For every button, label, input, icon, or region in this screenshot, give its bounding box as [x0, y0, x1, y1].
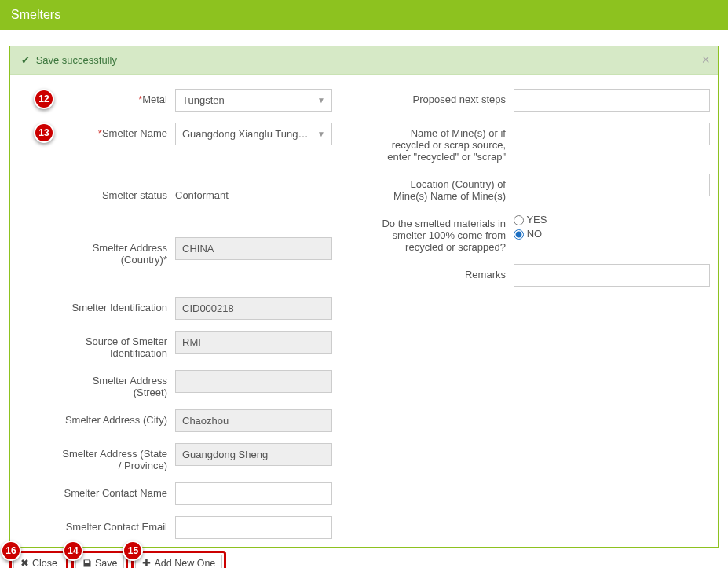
callout-badge-12: 12	[34, 89, 54, 109]
street-input	[175, 370, 332, 393]
row-contact-email: Smelter Contact Email	[57, 516, 357, 539]
metal-label: *Metal	[57, 89, 175, 105]
row-remarks: Remarks	[380, 264, 710, 287]
city-input	[175, 409, 332, 432]
row-country: Smelter Address (Country)*	[57, 237, 357, 266]
recycled-label: Do the smelted materials in smelter 100%…	[380, 213, 514, 253]
metal-select-value: Tungsten	[182, 94, 225, 106]
status-value: Conformant	[175, 185, 357, 206]
state-label: Smelter Address (State / Province)	[57, 443, 175, 471]
row-city: Smelter Address (City)	[57, 409, 357, 432]
callout-badge-14: 14	[63, 541, 83, 561]
contact-name-label: Smelter Contact Name	[57, 482, 175, 499]
recycled-yes-radio[interactable]	[514, 215, 524, 225]
row-street: Smelter Address (Street)	[57, 370, 357, 398]
remarks-label: Remarks	[380, 264, 514, 280]
save-button[interactable]: Save	[75, 555, 125, 568]
x-icon: ✖	[20, 559, 29, 568]
smelter-name-label: *Smelter Name	[57, 123, 175, 139]
location-label: Location (Country) of Mine(s) Name of Mi…	[380, 174, 514, 202]
right-column: Proposed next steps Name of Mine(s) or i…	[380, 89, 710, 542]
floppy-icon	[82, 559, 92, 568]
left-column: 12 *Metal Tungsten ▼ 13 *Smelter Name	[18, 89, 357, 542]
next-steps-input[interactable]	[514, 89, 710, 112]
add-new-highlight: 15 ✚ Add New One	[131, 551, 226, 568]
chevron-down-icon: ▼	[317, 96, 325, 104]
save-highlight: 14 Save	[71, 551, 129, 568]
row-source: Source of Smelter Identification	[57, 331, 357, 359]
source-input	[175, 331, 332, 354]
state-input	[175, 443, 332, 466]
recycled-no-label: NO	[527, 228, 543, 240]
recycled-yes-label: YES	[526, 214, 547, 225]
row-recycled: Do the smelted materials in smelter 100%…	[380, 213, 710, 253]
mine-input[interactable]	[514, 123, 710, 145]
callout-badge-13: 13	[34, 123, 54, 143]
row-metal: 12 *Metal Tungsten ▼	[57, 89, 357, 112]
check-icon: ✔	[21, 54, 30, 66]
metal-select[interactable]: Tungsten ▼	[175, 89, 332, 112]
row-id: Smelter Identification	[57, 297, 357, 320]
button-bar: 16 ✖ Close 14 Save 15 ✚ Add New One	[0, 548, 728, 568]
add-new-button-label: Add New One	[154, 559, 215, 568]
recycled-radio-group: YES NO	[514, 213, 710, 241]
contact-email-label: Smelter Contact Email	[57, 516, 175, 533]
remarks-input[interactable]	[514, 264, 710, 287]
page-header: Smelters	[0, 0, 728, 30]
chevron-down-icon: ▼	[317, 130, 325, 138]
next-steps-label: Proposed next steps	[380, 89, 514, 105]
country-label: Smelter Address (Country)*	[57, 237, 175, 266]
callout-badge-16: 16	[1, 541, 21, 561]
form-panel: ✔ Save successfully × 12 *Metal Tungsten…	[9, 46, 719, 548]
close-icon[interactable]: ×	[701, 53, 710, 67]
contact-name-input[interactable]	[175, 482, 332, 505]
save-button-label: Save	[95, 559, 118, 568]
row-state: Smelter Address (State / Province)	[57, 443, 357, 471]
row-smelter-name: 13 *Smelter Name Guangdong Xianglu Tung……	[57, 123, 357, 145]
alert-message: Save successfully	[36, 54, 117, 66]
location-input[interactable]	[514, 174, 710, 196]
smelter-name-select-value: Guangdong Xianglu Tung…	[182, 128, 308, 140]
form-body: 12 *Metal Tungsten ▼ 13 *Smelter Name	[10, 75, 718, 547]
city-label: Smelter Address (City)	[57, 409, 175, 426]
country-input	[175, 237, 332, 260]
source-label: Source of Smelter Identification	[57, 331, 175, 359]
id-label: Smelter Identification	[57, 297, 175, 313]
close-button-label: Close	[32, 559, 57, 568]
add-new-button[interactable]: ✚ Add New One	[135, 555, 222, 568]
recycled-no-radio[interactable]	[514, 229, 524, 240]
status-label: Smelter status	[57, 185, 175, 201]
row-status: Smelter status Conformant	[57, 185, 357, 206]
success-alert: ✔ Save successfully ×	[10, 46, 718, 75]
close-button[interactable]: ✖ Close	[13, 555, 64, 568]
row-mine: Name of Mine(s) or if recycled or scrap …	[380, 123, 710, 163]
id-input	[175, 297, 332, 320]
mine-label: Name of Mine(s) or if recycled or scrap …	[380, 123, 514, 163]
close-highlight: 16 ✖ Close	[9, 551, 68, 568]
row-next-steps: Proposed next steps	[380, 89, 710, 112]
smelter-name-select[interactable]: Guangdong Xianglu Tung… ▼	[175, 123, 332, 145]
plus-icon: ✚	[142, 559, 151, 568]
row-location: Location (Country) of Mine(s) Name of Mi…	[380, 174, 710, 202]
contact-email-input[interactable]	[175, 516, 332, 539]
row-contact-name: Smelter Contact Name	[57, 482, 357, 505]
street-label: Smelter Address (Street)	[57, 370, 175, 398]
header-title: Smelters	[11, 8, 60, 21]
